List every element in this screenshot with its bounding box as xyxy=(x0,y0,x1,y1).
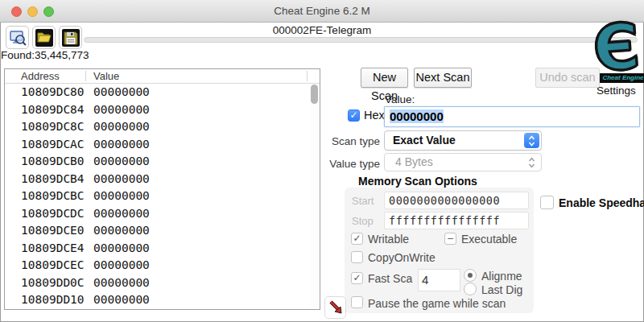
enable-speedhack-label: Enable Speedha xyxy=(559,196,644,209)
value-cell: 00000000 xyxy=(93,188,150,205)
stop-label: Stop xyxy=(352,215,374,227)
value-type-value: 4 Bytes xyxy=(395,155,433,168)
scan-results-table: Address Value 10809DC800000000010809DC84… xyxy=(4,68,320,310)
writable-checkbox[interactable]: ✓ xyxy=(351,233,363,245)
table-row[interactable]: 10809DCB000000000 xyxy=(5,153,320,171)
memory-pointer-button[interactable] xyxy=(324,296,346,319)
value-cell: 00000000 xyxy=(93,291,150,309)
scan-type-label: Scan type xyxy=(322,135,380,147)
column-divider[interactable] xyxy=(307,71,308,81)
value-type-select[interactable]: 4 Bytes xyxy=(384,153,542,171)
value-cell: 00000000 xyxy=(93,309,150,310)
last-digits-radio[interactable] xyxy=(464,283,477,295)
alignment-radio[interactable] xyxy=(464,269,477,282)
memory-scan-options-heading: Memory Scan Options xyxy=(358,175,477,188)
next-scan-button[interactable]: Next Scan xyxy=(414,68,472,88)
scan-progress-bar xyxy=(84,37,638,43)
title-bar: Cheat Engine 6.2 M xyxy=(0,0,644,23)
new-scan-button[interactable]: New Scan xyxy=(361,68,408,88)
save-table-button[interactable] xyxy=(59,26,82,49)
address-cell: 10809DCEC xyxy=(21,257,85,275)
fast-scan-label: Fast Sca xyxy=(368,272,418,285)
start-label: Start xyxy=(352,195,374,207)
value-type-label: Value type xyxy=(322,158,380,170)
table-row[interactable]: 10809DD1400000000 xyxy=(5,309,320,310)
value-cell: 00000000 xyxy=(93,171,150,188)
cheat-engine-window: Cheat Engine 6.2 M 000002FE-Telegram xyxy=(0,0,644,322)
pause-game-label: Pause the game while scan xyxy=(368,297,506,310)
value-cell: 00000000 xyxy=(93,240,150,258)
undo-scan-button[interactable]: Undo scan xyxy=(535,68,600,88)
chevron-up-down-icon xyxy=(524,133,539,148)
table-row[interactable]: 10809DCB400000000 xyxy=(5,171,320,188)
table-row[interactable]: 10809DCAC00000000 xyxy=(5,136,320,154)
hex-checkbox[interactable]: ✓ xyxy=(348,109,360,122)
scan-type-value: Exact Value xyxy=(393,134,456,147)
table-row[interactable]: 10809DCDC00000000 xyxy=(5,205,320,223)
scrollbar-thumb[interactable] xyxy=(311,85,318,104)
attached-process-label: 000002FE-Telegram xyxy=(0,24,644,36)
table-row[interactable]: 10809DCE000000000 xyxy=(5,222,320,240)
enable-speedhack-checkbox[interactable] xyxy=(540,196,554,209)
window-title: Cheat Engine 6.2 M xyxy=(0,0,644,23)
address-cell: 10809DD10 xyxy=(21,291,85,309)
scan-results-body: 10809DC800000000010809DC840000000010809D… xyxy=(5,84,320,309)
hex-label: Hex xyxy=(364,109,385,122)
found-count-label: Found:35,445,773 xyxy=(1,49,89,61)
fast-scan-checkbox[interactable]: ✓ xyxy=(351,272,363,284)
value-cell: 00000000 xyxy=(93,84,150,101)
table-row[interactable]: 10809DCEC00000000 xyxy=(5,257,320,275)
column-header-address[interactable]: Address xyxy=(21,70,60,82)
value-input[interactable]: 00000000 xyxy=(384,106,640,127)
executable-checkbox[interactable]: – xyxy=(444,233,456,245)
executable-label: Executable xyxy=(461,233,517,246)
chevron-up-down-icon xyxy=(524,155,539,169)
alignment-label: Alignme xyxy=(481,270,522,283)
select-process-icon xyxy=(9,29,27,47)
value-input-text: 00000000 xyxy=(390,109,444,123)
column-divider[interactable] xyxy=(85,71,86,81)
address-cell: 10809DCB0 xyxy=(21,153,85,171)
table-row[interactable]: 10809DCBC00000000 xyxy=(5,188,320,205)
address-cell: 10809DCE0 xyxy=(21,222,85,240)
table-row[interactable]: 10809DCE400000000 xyxy=(5,240,320,258)
table-row[interactable]: 10809DD0C00000000 xyxy=(5,275,320,292)
value-cell: 00000000 xyxy=(93,222,150,240)
open-table-button[interactable] xyxy=(32,26,56,49)
table-row[interactable]: 10809DD1000000000 xyxy=(5,291,320,309)
radio-dot xyxy=(468,273,473,278)
address-cell: 10809DD14 xyxy=(21,309,85,310)
table-row[interactable]: 10809DC8400000000 xyxy=(5,101,320,119)
address-cell: 10809DCBC xyxy=(21,188,85,205)
value-cell: 00000000 xyxy=(93,118,150,136)
stop-address-input[interactable]: ffffffffffffffff xyxy=(384,212,529,229)
value-cell: 00000000 xyxy=(93,153,150,171)
address-cell: 10809DD0C xyxy=(21,275,85,292)
select-process-button[interactable] xyxy=(6,26,29,49)
address-cell: 10809DC8C xyxy=(21,118,85,136)
value-cell: 00000000 xyxy=(93,136,150,154)
value-label: Value: xyxy=(385,93,415,105)
red-arrow-icon xyxy=(328,299,344,316)
table-header: Address Value xyxy=(5,69,320,84)
copy-on-write-label: CopyOnWrite xyxy=(368,251,436,264)
table-row[interactable]: 10809DC8000000000 xyxy=(5,84,320,101)
address-cell: 10809DCDC xyxy=(21,205,85,223)
address-cell: 10809DCAC xyxy=(21,136,85,154)
copy-on-write-checkbox[interactable] xyxy=(351,251,363,263)
table-row[interactable]: 10809DC8C00000000 xyxy=(5,118,320,136)
cheat-engine-logo-banner: Cheat Engine xyxy=(594,73,644,83)
column-header-value[interactable]: Value xyxy=(93,70,119,82)
fast-scan-alignment-input[interactable]: 4 xyxy=(418,269,460,291)
address-cell: 10809DC84 xyxy=(21,101,85,119)
address-cell: 10809DCB4 xyxy=(21,171,85,188)
address-cell: 10809DCE4 xyxy=(21,240,85,258)
table-scrollbar[interactable] xyxy=(310,85,319,308)
value-cell: 00000000 xyxy=(93,257,150,275)
pause-game-checkbox[interactable] xyxy=(351,296,363,308)
value-cell: 00000000 xyxy=(93,275,150,292)
open-file-icon xyxy=(35,29,53,47)
scan-type-select[interactable]: Exact Value xyxy=(384,130,542,151)
last-digits-label: Last Dig xyxy=(481,283,522,296)
start-address-input[interactable]: 0000000000000000 xyxy=(384,192,529,209)
